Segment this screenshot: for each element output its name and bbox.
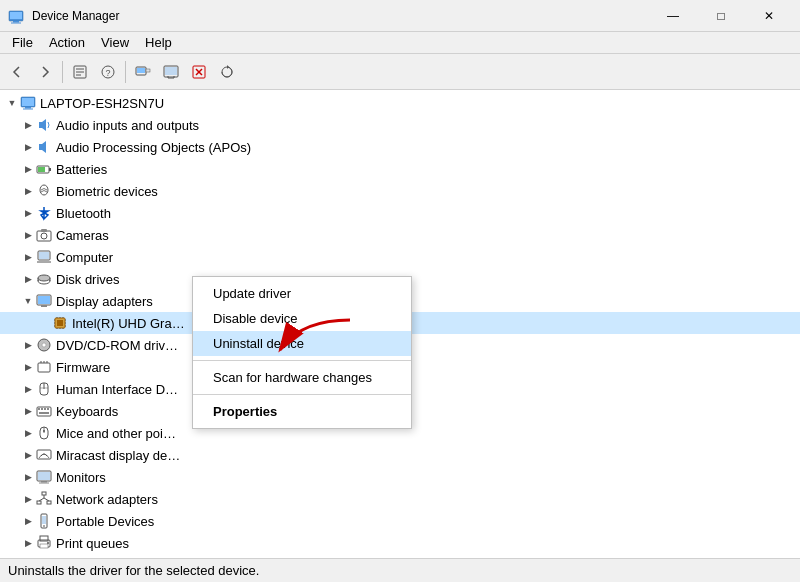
- svg-rect-78: [37, 501, 41, 504]
- expand-batteries[interactable]: ▶: [20, 161, 36, 177]
- toolbar: ?: [0, 54, 800, 90]
- chip-icon: [52, 315, 68, 331]
- expand-display[interactable]: ▼: [20, 293, 36, 309]
- menu-view[interactable]: View: [93, 33, 137, 52]
- mice-label: Mice and other poi…: [56, 426, 176, 441]
- expand-processor[interactable]: ▶: [20, 557, 36, 558]
- svg-rect-14: [165, 67, 177, 75]
- expand-computer[interactable]: ▶: [20, 249, 36, 265]
- ctx-properties[interactable]: Properties: [193, 399, 411, 424]
- list-item[interactable]: ▶ Network adapters: [0, 488, 800, 510]
- list-item[interactable]: ▶ Audio Processing Objects (APOs): [0, 136, 800, 158]
- list-item[interactable]: ▶ Biometric devices: [0, 180, 800, 202]
- toolbar-sep-2: [125, 61, 126, 83]
- expand-network[interactable]: ▶: [20, 491, 36, 507]
- svg-rect-77: [42, 492, 46, 495]
- computer-device-icon: [36, 249, 52, 265]
- device-tree[interactable]: ▼ LAPTOP-ESH2SN7U ▶ Audio inputs and out…: [0, 90, 800, 558]
- toolbar-properties[interactable]: [67, 59, 93, 85]
- minimize-button[interactable]: —: [650, 0, 696, 32]
- svg-rect-24: [38, 167, 45, 172]
- list-item[interactable]: ▶ Batteries: [0, 158, 800, 180]
- title-bar-left: Device Manager: [8, 8, 119, 24]
- svg-rect-2: [13, 21, 19, 23]
- menu-file[interactable]: File: [4, 33, 41, 52]
- expand-monitors[interactable]: ▶: [20, 469, 36, 485]
- expand-firmware[interactable]: ▶: [20, 359, 36, 375]
- menu-help[interactable]: Help: [137, 33, 180, 52]
- expand-bluetooth[interactable]: ▶: [20, 205, 36, 221]
- close-button[interactable]: ✕: [746, 0, 792, 32]
- expand-miracast[interactable]: ▶: [20, 447, 36, 463]
- apo-label: Audio Processing Objects (APOs): [56, 140, 251, 155]
- expand-keyboards[interactable]: ▶: [20, 403, 36, 419]
- expand-disk[interactable]: ▶: [20, 271, 36, 287]
- camera-icon: [36, 227, 52, 243]
- list-item[interactable]: ▶ Bluetooth: [0, 202, 800, 224]
- ctx-disable-device[interactable]: Disable device: [193, 306, 411, 331]
- main-content: ▼ LAPTOP-ESH2SN7U ▶ Audio inputs and out…: [0, 90, 800, 558]
- svg-rect-11: [137, 68, 145, 73]
- print-label: Print queues: [56, 536, 129, 551]
- ctx-scan-hardware[interactable]: Scan for hardware changes: [193, 365, 411, 390]
- cameras-label: Cameras: [56, 228, 109, 243]
- expand-biometric[interactable]: ▶: [20, 183, 36, 199]
- hid-icon: [36, 381, 52, 397]
- list-item[interactable]: ▶ Audio inputs and outputs: [0, 114, 800, 136]
- svg-rect-25: [49, 168, 51, 171]
- status-text: Uninstalls the driver for the selected d…: [8, 563, 259, 578]
- svg-rect-12: [146, 69, 150, 72]
- ctx-update-driver[interactable]: Update driver: [193, 281, 411, 306]
- list-item[interactable]: ▶ Processors: [0, 554, 800, 558]
- display-icon: [36, 293, 52, 309]
- ctx-uninstall-device[interactable]: Uninstall device: [193, 331, 411, 356]
- expand-mice[interactable]: ▶: [20, 425, 36, 441]
- ctx-sep-1: [193, 360, 411, 361]
- portable-label: Portable Devices: [56, 514, 154, 529]
- toolbar-uninstall[interactable]: [186, 59, 212, 85]
- dvd-label: DVD/CD-ROM driv…: [56, 338, 178, 353]
- toolbar-back[interactable]: [4, 59, 30, 85]
- firmware-icon: [36, 359, 52, 375]
- expand-audio[interactable]: ▶: [20, 117, 36, 133]
- processor-icon: [36, 557, 52, 558]
- tree-root[interactable]: ▼ LAPTOP-ESH2SN7U: [0, 92, 800, 114]
- svg-rect-20: [22, 98, 34, 106]
- svg-point-55: [42, 343, 46, 347]
- list-item[interactable]: ▶ Cameras: [0, 224, 800, 246]
- maximize-button[interactable]: □: [698, 0, 744, 32]
- toolbar-update[interactable]: [158, 59, 184, 85]
- toolbar-forward[interactable]: [32, 59, 58, 85]
- expand-portable[interactable]: ▶: [20, 513, 36, 529]
- svg-rect-56: [38, 363, 50, 372]
- svg-point-89: [47, 542, 49, 544]
- keyboard-icon: [36, 403, 52, 419]
- expand-root[interactable]: ▼: [4, 95, 20, 111]
- svg-rect-65: [41, 408, 43, 410]
- svg-text:?: ?: [105, 68, 110, 78]
- svg-rect-68: [39, 412, 49, 414]
- svg-rect-75: [41, 481, 47, 483]
- expand-hid[interactable]: ▶: [20, 381, 36, 397]
- toolbar-help[interactable]: ?: [95, 59, 121, 85]
- disk-label: Disk drives: [56, 272, 120, 287]
- list-item[interactable]: ▶ Monitors: [0, 466, 800, 488]
- list-item[interactable]: ▶ Portable Devices: [0, 510, 800, 532]
- menu-action[interactable]: Action: [41, 33, 93, 52]
- hid-label: Human Interface D…: [56, 382, 178, 397]
- list-item[interactable]: ▶ Computer: [0, 246, 800, 268]
- toolbar-scan[interactable]: [130, 59, 156, 85]
- svg-rect-88: [40, 544, 48, 548]
- list-item[interactable]: ▶ Print queues: [0, 532, 800, 554]
- svg-point-36: [38, 275, 50, 281]
- expand-print[interactable]: ▶: [20, 535, 36, 551]
- computer-label: Computer: [56, 250, 113, 265]
- list-item[interactable]: ▶ Miracast display de…: [0, 444, 800, 466]
- bluetooth-label: Bluetooth: [56, 206, 111, 221]
- audio-label: Audio inputs and outputs: [56, 118, 199, 133]
- svg-rect-41: [57, 320, 63, 326]
- expand-apo[interactable]: ▶: [20, 139, 36, 155]
- toolbar-refresh[interactable]: [214, 59, 240, 85]
- expand-dvd[interactable]: ▶: [20, 337, 36, 353]
- expand-cameras[interactable]: ▶: [20, 227, 36, 243]
